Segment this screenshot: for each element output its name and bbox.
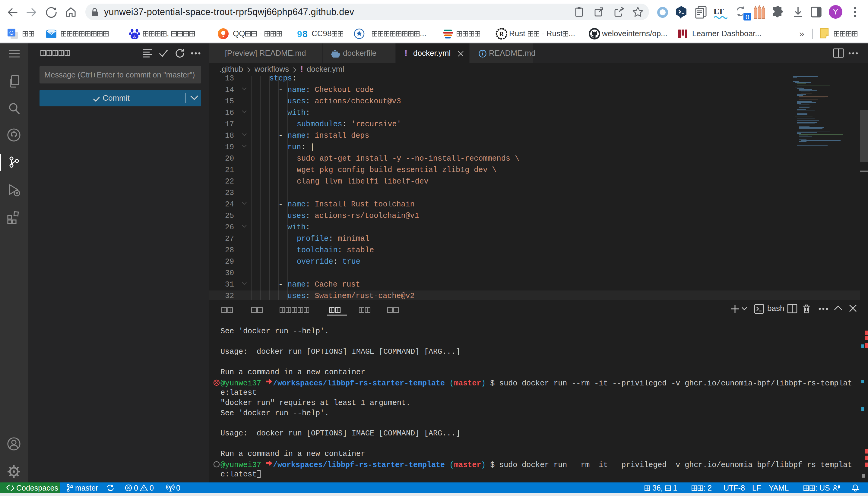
svg-text:du: du [133,35,136,38]
svg-text:G: G [9,30,14,36]
svg-text:9: 9 [297,29,302,39]
svg-text:R: R [499,30,504,38]
svg-text:8: 8 [302,29,308,39]
